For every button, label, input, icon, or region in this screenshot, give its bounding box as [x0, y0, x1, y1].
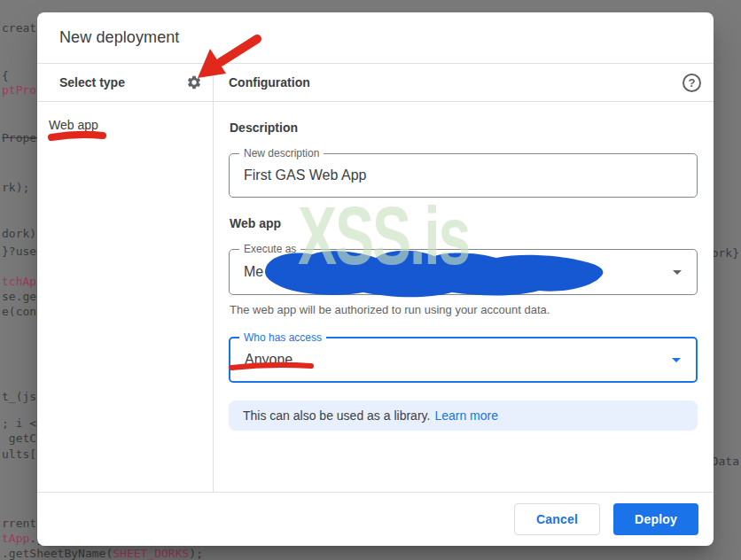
- configuration-header-label: Configuration: [229, 75, 310, 89]
- execute-as-value: Me: [230, 264, 263, 280]
- select-type-panel: Select type Web app: [37, 64, 214, 492]
- select-type-header: Select type: [37, 64, 213, 102]
- code-line: Data: [712, 455, 739, 469]
- select-type-header-label: Select type: [59, 75, 125, 89]
- code-line: ork}: [712, 246, 739, 261]
- chevron-down-icon: [673, 270, 682, 275]
- description-heading: Description: [230, 121, 698, 135]
- new-description-field[interactable]: New description First GAS Web App: [229, 153, 698, 198]
- dialog-footer: Cancel Deploy: [37, 492, 714, 546]
- deploy-button[interactable]: Deploy: [613, 503, 698, 535]
- dialog-title: New deployment: [59, 28, 179, 47]
- who-has-access-label: Who has access: [239, 331, 326, 344]
- execute-as-helper-text: The web app will be authorized to run us…: [230, 303, 698, 316]
- execute-as-dropdown[interactable]: Execute as Me: [229, 249, 698, 295]
- code-line: {: [2, 69, 9, 83]
- code-line: .getSheetByName(SHEET_DORKS);: [2, 547, 203, 560]
- deployment-type-settings-button[interactable]: [186, 74, 202, 90]
- library-info-text: This can also be used as a library.: [243, 408, 430, 423]
- gear-icon: [186, 74, 202, 90]
- who-has-access-value: Anyone: [230, 352, 292, 368]
- type-item-web-app[interactable]: Web app: [49, 118, 213, 132]
- dialog-body: Select type Web app Configuration ? Desc…: [37, 64, 714, 492]
- help-icon: ?: [682, 74, 701, 92]
- configuration-content: Description New description First GAS We…: [214, 102, 714, 431]
- new-description-label: New description: [239, 147, 324, 159]
- execute-as-label: Execute as: [239, 243, 300, 255]
- web-app-heading: Web app: [230, 216, 698, 230]
- dialog-titlebar: New deployment: [37, 12, 714, 64]
- learn-more-link[interactable]: Learn more: [434, 408, 498, 423]
- cancel-button[interactable]: Cancel: [514, 503, 600, 535]
- new-description-value: First GAS Web App: [230, 167, 366, 183]
- help-button[interactable]: ?: [682, 74, 701, 92]
- code-line: dork): [2, 227, 36, 241]
- configuration-panel: Configuration ? Description New descript…: [214, 64, 714, 492]
- library-info-box: This can also be used as a library. Lear…: [229, 401, 698, 431]
- chevron-down-icon: [672, 358, 681, 362]
- new-deployment-dialog: New deployment Select type Web app Confi…: [37, 12, 714, 546]
- configuration-header: Configuration ?: [214, 64, 714, 102]
- who-has-access-dropdown[interactable]: Who has access Anyone: [229, 337, 698, 383]
- deployment-type-list: Web app: [37, 102, 213, 132]
- code-line: rk);: [2, 181, 29, 195]
